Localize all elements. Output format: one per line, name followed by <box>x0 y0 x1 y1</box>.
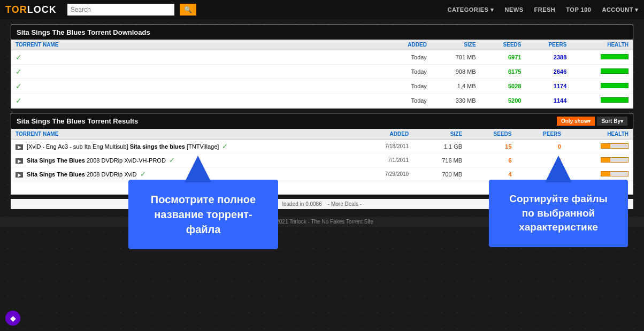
res-added: 7/29/2010 <box>353 167 413 181</box>
only-show-button[interactable]: Only show▾ <box>557 117 595 126</box>
dl-seeds: 6971 <box>480 50 526 65</box>
dl-size: 1,4 MB <box>431 79 480 94</box>
dl-peers: 2646 <box>525 65 571 79</box>
nav-account[interactable]: ACCOUNT ▾ <box>602 6 639 13</box>
callout-left: Посмотрите полное название торрент-файла <box>128 180 278 249</box>
downloads-table: TORRENT NAME ADDED SIZE SEEDS PEERS HEAL… <box>11 40 633 108</box>
results-panel-header: Sita Sings The Blues Torrent Results Onl… <box>11 113 633 129</box>
dl-size: 330 MB <box>431 94 480 108</box>
nav-fresh[interactable]: FRESH <box>534 6 556 13</box>
header: TORLOCK 🔍 CATEGORIES ▾ NEWS FRESH TOP 10… <box>0 0 644 19</box>
downloads-table-row[interactable]: ✓ Today 1,4 MB 5028 1174 <box>11 79 633 94</box>
res-col-added: ADDED <box>353 129 413 140</box>
downloads-table-row[interactable]: ✓ Today 908 MB 6175 2646 <box>11 65 633 79</box>
nav-news[interactable]: NEWS <box>505 6 524 13</box>
res-col-name: TORRENT NAME <box>11 129 353 140</box>
dl-peers: 1174 <box>525 79 571 94</box>
dl-seeds: 5200 <box>480 94 526 108</box>
dl-health <box>571 50 633 65</box>
dl-health <box>571 79 633 94</box>
downloads-panel-header: Sita Sings The Blues Torrent Downloads <box>11 25 633 40</box>
dl-name: ✓ <box>11 79 384 94</box>
dl-added: Today <box>384 79 431 94</box>
res-health <box>565 153 633 167</box>
logo[interactable]: TORLOCK <box>5 4 57 16</box>
res-health <box>565 140 633 153</box>
downloads-table-row[interactable]: ✓ Today 701 MB 6971 2388 <box>11 50 633 65</box>
dl-seeds: 5028 <box>480 79 526 94</box>
sort-by-button[interactable]: Sort By▾ <box>597 117 627 126</box>
search-input[interactable] <box>67 4 174 16</box>
res-col-health: HEALTH <box>565 129 633 140</box>
search-button[interactable]: 🔍 <box>180 4 196 16</box>
arrow-left <box>185 156 211 182</box>
col-torrent-name: TORRENT NAME <box>11 40 384 50</box>
downloads-col-headers: TORRENT NAME ADDED SIZE SEEDS PEERS HEAL… <box>11 40 633 50</box>
dl-added: Today <box>384 94 431 108</box>
deals-text: - More Deals - <box>328 201 362 207</box>
crypto-icon[interactable]: ◆ <box>5 311 20 326</box>
res-name[interactable]: ▶ Sita Sings The Blues 2008 DVDRip XviD … <box>11 167 353 181</box>
res-col-peers: PEERS <box>516 129 565 140</box>
dl-name: ✓ <box>11 65 384 79</box>
col-seeds: SEEDS <box>480 40 526 50</box>
arrow-right <box>545 156 572 182</box>
res-peers: 0 <box>516 140 565 153</box>
col-size: SIZE <box>431 40 480 50</box>
col-added: ADDED <box>384 40 431 50</box>
footer-text: © 2021 Torlock - The No Fakes Torrent Si… <box>271 219 373 225</box>
col-health: HEALTH <box>571 40 633 50</box>
results-table-row[interactable]: ▶ Sita Sings The Blues 2008 DVDRip XviD-… <box>11 153 633 167</box>
nav-categories[interactable]: CATEGORIES ▾ <box>448 6 494 13</box>
downloads-title: Sita Sings The Blues Torrent Downloads <box>17 28 150 36</box>
res-size: 1.1 GB <box>413 140 466 153</box>
res-col-seeds: SEEDS <box>466 129 516 140</box>
res-col-size: SIZE <box>413 129 466 140</box>
callout-right: Сортируйте файлы по выбранной характерис… <box>489 180 628 247</box>
results-table-row[interactable]: ▶ [XviD - Eng Ac3 - sub Ita Eng Multisub… <box>11 140 633 153</box>
dl-seeds: 6175 <box>480 65 526 79</box>
dl-peers: 2388 <box>525 50 571 65</box>
nav-right: CATEGORIES ▾ NEWS FRESH TOP 100 ACCOUNT … <box>448 6 639 13</box>
dl-name: ✓ <box>11 94 384 108</box>
res-seeds: 6 <box>466 153 516 167</box>
res-health <box>565 167 633 181</box>
dl-size: 908 MB <box>431 65 480 79</box>
res-size: 700 MB <box>413 167 466 181</box>
res-seeds: 4 <box>466 167 516 181</box>
results-title: Sita Sings The Blues Torrent Results <box>17 117 138 125</box>
res-size: 716 MB <box>413 153 466 167</box>
res-added: 7/18/2011 <box>353 140 413 153</box>
dl-name: ✓ <box>11 50 384 65</box>
dl-peers: 1144 <box>525 94 571 108</box>
downloads-table-row[interactable]: ✓ Today 330 MB 5200 1144 <box>11 94 633 108</box>
downloads-panel: Sita Sings The Blues Torrent Downloads T… <box>11 25 633 109</box>
results-col-headers: TORRENT NAME ADDED SIZE SEEDS PEERS HEAL… <box>11 129 633 140</box>
dl-added: Today <box>384 50 431 65</box>
res-added: 7/1/2011 <box>353 153 413 167</box>
col-peers: PEERS <box>525 40 571 50</box>
dl-size: 701 MB <box>431 50 480 65</box>
results-table-row[interactable]: ▶ Sita Sings The Blues 2008 DVDRip XviD … <box>11 167 633 181</box>
load-text: loaded in 0.0086 <box>282 201 322 207</box>
dl-added: Today <box>384 65 431 79</box>
main-content: Sita Sings The Blues Torrent Downloads T… <box>0 19 644 214</box>
nav-top100[interactable]: TOP 100 <box>566 6 591 13</box>
res-name[interactable]: ▶ [XviD - Eng Ac3 - sub Ita Eng Multisub… <box>11 140 353 153</box>
dl-health <box>571 65 633 79</box>
res-name[interactable]: ▶ Sita Sings The Blues 2008 DVDRip XviD-… <box>11 153 353 167</box>
res-seeds: 15 <box>466 140 516 153</box>
dl-health <box>571 94 633 108</box>
results-table: TORRENT NAME ADDED SIZE SEEDS PEERS HEAL… <box>11 129 633 181</box>
